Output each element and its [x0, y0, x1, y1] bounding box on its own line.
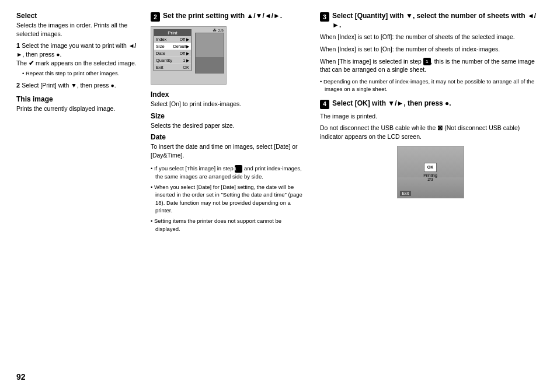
- step-2-header: 2 Set the print setting with ▲/▼/◄/►.: [151, 12, 304, 22]
- lcd-print-icon: OK: [424, 163, 437, 172]
- lcd-image-area: [195, 33, 224, 74]
- lcd-printing-count: 2/3: [423, 177, 437, 181]
- step3-bullet: • Depending on the number of index-image…: [320, 78, 541, 93]
- select-body: Selects the images in order. Prints all …: [16, 21, 140, 38]
- step-4-circle: 4: [320, 100, 329, 109]
- this-image-title: This image: [16, 95, 140, 103]
- step-2-num: 2: [16, 82, 20, 89]
- lcd-menu-row-quantity: Quantity 1 ▶: [154, 57, 191, 64]
- lcd-printing-label: Printing: [423, 173, 437, 177]
- step-3-title: Select [Quantity] with ▼, select the num…: [332, 12, 541, 30]
- step-1-item: 1 Select the image you want to print wit…: [16, 41, 140, 67]
- step-2-title: Set the print setting with ▲/▼/◄/►.: [163, 12, 282, 21]
- page: Select Selects the images in order. Prin…: [0, 0, 557, 392]
- index-body: Select [On] to print index-images.: [151, 100, 304, 108]
- lcd-menu-row-size: Size Default▶: [154, 43, 191, 50]
- lcd-printing-area: OK Printing 2/3: [423, 163, 437, 181]
- column-1: Select Selects the images in order. Prin…: [16, 12, 151, 380]
- date-body: To insert the date and time on images, s…: [151, 142, 304, 159]
- step-1-text: Select the image you want to print with …: [16, 42, 137, 66]
- lcd-menu: Print Index Off ▶ Size Default▶ Date Off…: [154, 29, 192, 71]
- step-1-bullet: • Repeat this step to print other images…: [22, 69, 140, 77]
- size-title: Size: [151, 112, 304, 120]
- column-3: 3 Select [Quantity] with ▼, select the n…: [314, 12, 541, 380]
- lcd-screen-printing: OK Printing 2/3 Exit: [397, 146, 464, 198]
- lcd-menu-row-index: Index Off ▶: [154, 36, 191, 43]
- step-1-num: 1: [16, 42, 20, 49]
- step-2-item: 2 Select [Print] with ▼, then press ●.: [16, 81, 140, 90]
- step-3-circle: 3: [320, 12, 329, 22]
- bullet2: • When you select [Date] for [Date] sett…: [151, 183, 304, 214]
- step4-p2: Do not disconnect the USB cable while th…: [320, 124, 541, 141]
- column-2: 2 Set the print setting with ▲/▼/◄/►. ☘ …: [151, 12, 314, 380]
- step-4-header: 4 Select [OK] with ▼/►, then press ●.: [320, 99, 541, 109]
- index-title: Index: [151, 90, 304, 99]
- step-2-text: Select [Print] with ▼, then press ●.: [22, 82, 116, 89]
- this-image-body: Prints the currently displayed image.: [16, 104, 140, 113]
- step4-p1: The image is printed.: [320, 112, 541, 121]
- lcd-screen-print: ☘ 2/9 Print Index Off ▶ Size Default▶: [151, 26, 227, 85]
- lcd-top-count: 2/9: [218, 29, 224, 33]
- main-content: Select Selects the images in order. Prin…: [16, 12, 541, 380]
- lcd-exit-bar: Exit: [400, 191, 412, 196]
- page-number: 92: [16, 372, 26, 382]
- size-body: Selects the desired paper size.: [151, 121, 304, 130]
- lcd-menu-title: Print: [154, 30, 191, 36]
- select-title: Select: [16, 12, 140, 20]
- bullet1: • If you select [This image] in step 1 a…: [151, 164, 304, 180]
- bullet3: • Setting items the printer does not sup…: [151, 217, 304, 233]
- step-3-header: 3 Select [Quantity] with ▼, select the n…: [320, 12, 541, 30]
- date-title: Date: [151, 133, 304, 141]
- step3-p3: When [This image] is selected in step 1,…: [320, 57, 541, 74]
- lcd-menu-row-date: Date Off ▶: [154, 50, 191, 57]
- step3-p2: When [Index] is set to [On]: the number …: [320, 45, 541, 54]
- step-2-circle: 2: [151, 12, 160, 22]
- step-4-title: Select [OK] with ▼/►, then press ●.: [332, 99, 451, 108]
- step3-p1: When [Index] is set to [Off]: the number…: [320, 33, 541, 41]
- lcd-exit-ok: Exit OK: [154, 64, 191, 71]
